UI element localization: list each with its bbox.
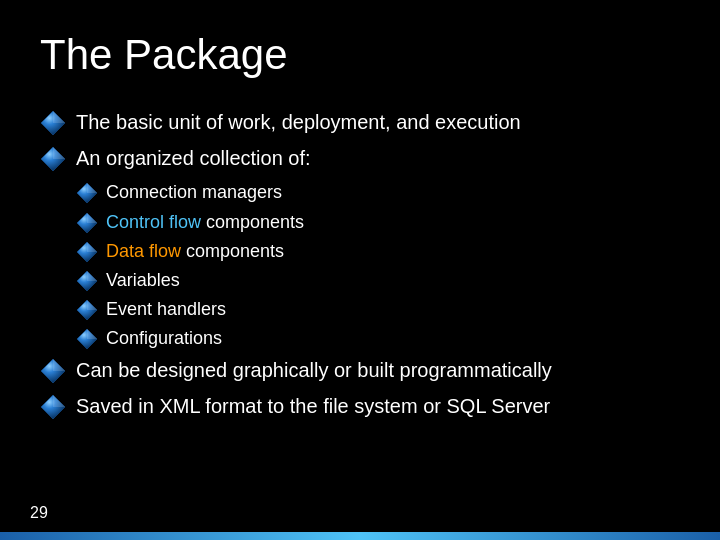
sub-bullet-item-4: Variables: [76, 268, 680, 293]
bullet-icon-1: [40, 110, 66, 136]
sub-bullet-item-3: Data flow components: [76, 239, 680, 264]
bullet-text-2: An organized collection of:: [76, 144, 311, 172]
page-number: 29: [30, 504, 48, 522]
sub-bullet-text-1: Connection managers: [106, 180, 282, 205]
bullet-item-2: An organized collection of:: [40, 144, 680, 172]
main-bullet-list: The basic unit of work, deployment, and …: [40, 108, 680, 419]
control-flow-label: Control flow: [106, 212, 201, 232]
sub-bullet-text-4: Variables: [106, 268, 180, 293]
bullet-text-1: The basic unit of work, deployment, and …: [76, 108, 521, 136]
svg-marker-11: [87, 271, 97, 281]
sub-bullet-icon-6: [76, 328, 98, 350]
slide-title: The Package: [40, 30, 680, 80]
data-flow-label: Data flow: [106, 241, 181, 261]
bullet-text-4: Saved in XML format to the file system o…: [76, 392, 550, 420]
sub-bullet-icon-4: [76, 270, 98, 292]
bullet-icon-4: [40, 394, 66, 420]
sub-bullet-item-6: Configurations: [76, 326, 680, 351]
svg-marker-5: [87, 183, 97, 193]
bullet-text-3: Can be designed graphically or built pro…: [76, 356, 552, 384]
sub-bullet-item-2: Control flow components: [76, 210, 680, 235]
sub-bullet-icon-3: [76, 241, 98, 263]
sub-bullet-text-2: Control flow components: [106, 210, 304, 235]
bullet-item-1: The basic unit of work, deployment, and …: [40, 108, 680, 136]
sub-bullet-list: Connection managers: [76, 180, 680, 351]
sub-bullet-text-6: Configurations: [106, 326, 222, 351]
bottom-bar: [0, 532, 720, 540]
data-flow-suffix: components: [186, 241, 284, 261]
sub-bullet-item-5: Event handlers: [76, 297, 680, 322]
sub-bullet-icon-2: [76, 212, 98, 234]
sub-bullet-text-5: Event handlers: [106, 297, 226, 322]
bullet-icon-3: [40, 358, 66, 384]
bullet-icon-2: [40, 146, 66, 172]
svg-marker-13: [87, 300, 97, 310]
sub-bullet-icon-1: [76, 182, 98, 204]
svg-marker-15: [87, 329, 97, 339]
control-flow-suffix: components: [206, 212, 304, 232]
bullet-item-4: Saved in XML format to the file system o…: [40, 392, 680, 420]
sub-bullet-item-1: Connection managers: [76, 180, 680, 205]
bullet-item-3: Can be designed graphically or built pro…: [40, 356, 680, 384]
svg-marker-9: [87, 242, 97, 252]
sub-bullet-icon-5: [76, 299, 98, 321]
svg-marker-7: [87, 213, 97, 223]
slide: The Package The basic unit of wo: [0, 0, 720, 540]
sub-bullet-text-3: Data flow components: [106, 239, 284, 264]
